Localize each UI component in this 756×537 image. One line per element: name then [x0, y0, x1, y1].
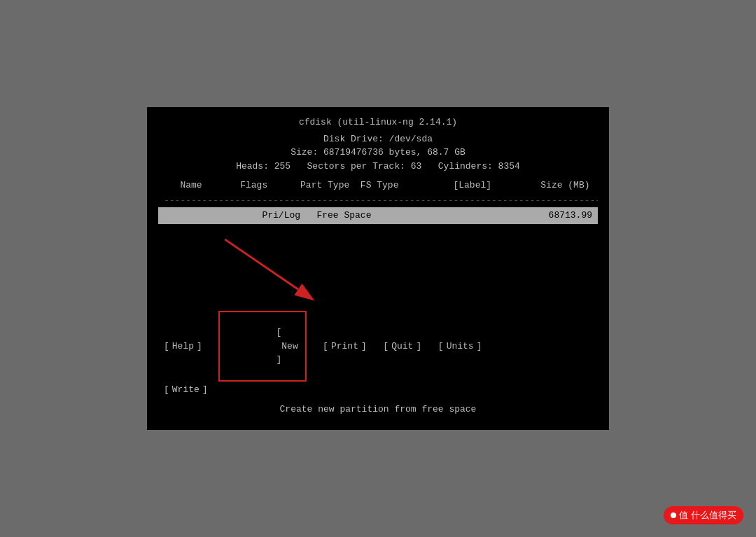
help-button[interactable]: Help	[172, 340, 194, 354]
status-line: Create new partition from free space	[158, 400, 598, 419]
new-button-box[interactable]: [ New ]	[218, 311, 306, 382]
units-bracket-open: [	[438, 340, 444, 354]
terminal-content: cfdisk (util-linux-ng 2.14.1) Disk Drive…	[147, 107, 609, 430]
new-bracket-close: ]	[276, 354, 281, 365]
write-button[interactable]: Write	[172, 383, 200, 397]
new-bracket-open: [	[276, 327, 281, 337]
disk-geometry-line: Heads: 255 Sectors per Track: 63 Cylinde…	[158, 160, 598, 174]
watermark: 值 什么值得买	[664, 506, 743, 524]
quit-button[interactable]: Quit	[391, 340, 413, 354]
new-button[interactable]: New	[276, 341, 303, 351]
red-arrow-svg	[158, 224, 598, 308]
quit-bracket-open: [	[383, 340, 388, 354]
empty-partition-area	[158, 224, 598, 308]
table-column-headers: Name Flags Part Type FS Type [Label] Siz…	[158, 177, 598, 194]
help-bracket-open: [	[164, 340, 169, 354]
quit-bracket-close: ]	[416, 340, 421, 354]
watermark-dot	[671, 512, 676, 518]
print-bracket-close: ]	[361, 340, 367, 354]
watermark-text: 值 什么值得买	[679, 509, 736, 522]
terminal-window: cfdisk (util-linux-ng 2.14.1) Disk Drive…	[147, 107, 609, 430]
units-bracket-close: ]	[477, 340, 482, 354]
menu-line-2: [ Write ]	[164, 383, 592, 397]
free-space-label: Pri/Log Free Space	[164, 209, 371, 223]
menu-area: [ Help ] [ New ] [ Print ] [ Quit ]	[158, 308, 598, 400]
help-bracket-close: ]	[197, 340, 202, 354]
svg-line-1	[225, 239, 298, 288]
units-button[interactable]: Units	[447, 340, 474, 354]
free-space-size: 68713.99	[549, 209, 592, 223]
write-bracket-open: [	[164, 383, 169, 397]
table-divider: ----------------------------------------…	[158, 194, 598, 208]
print-bracket-open: [	[323, 340, 328, 354]
free-space-row: Pri/Log Free Space 68713.99	[158, 207, 598, 224]
disk-drive-line: Disk Drive: /dev/sda	[158, 132, 598, 146]
menu-line-1: [ Help ] [ New ] [ Print ] [ Quit ]	[164, 311, 592, 382]
disk-size-line: Size: 68719476736 bytes, 68.7 GB	[158, 146, 598, 160]
print-button[interactable]: Print	[331, 340, 358, 354]
write-bracket-close: ]	[202, 383, 208, 397]
terminal-title: cfdisk (util-linux-ng 2.14.1)	[158, 116, 598, 130]
